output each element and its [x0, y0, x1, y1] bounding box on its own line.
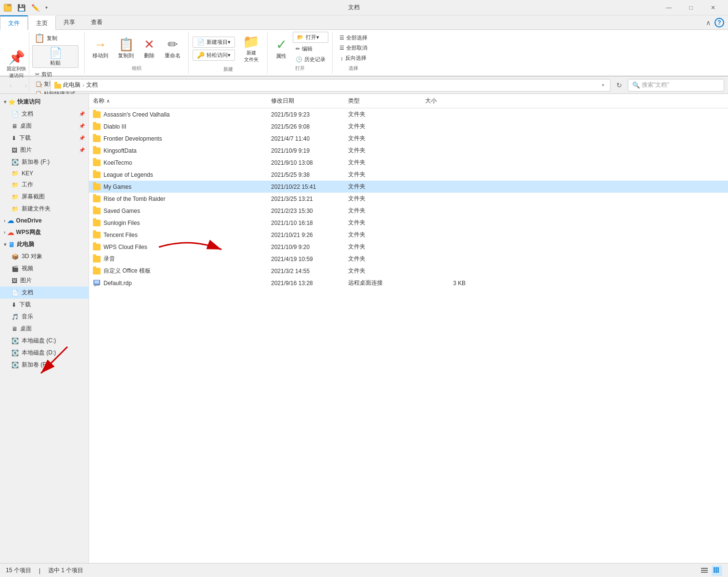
undo-quick-btn[interactable]: ✏️: [29, 3, 41, 13]
sidebar-item-work[interactable]: 📁 工作: [0, 179, 89, 191]
sidebar-item-desktop-quick[interactable]: 🖥 桌面 📌: [0, 120, 89, 132]
sidebar-item-newvol-quick[interactable]: 💽 新加卷 (F:): [0, 156, 89, 168]
sidebar-item-screenshots[interactable]: 📁 屏幕截图: [0, 191, 89, 203]
col-type[interactable]: 类型: [344, 96, 421, 106]
ribbon-expand-btn[interactable]: ∧: [706, 19, 711, 26]
folder-icon: [93, 184, 101, 190]
file-size-koei: [421, 162, 469, 164]
sidebar-section-onedrive[interactable]: › ☁ OneDrive: [0, 215, 89, 226]
search-icon: 🔍: [632, 81, 640, 89]
paste-btn[interactable]: 📄 粘贴: [32, 45, 78, 68]
col-size[interactable]: 大小: [421, 96, 469, 106]
minimize-button[interactable]: —: [658, 0, 680, 15]
file-row[interactable]: Sunlogin Files 2021/1/10 16:18 文件夹: [89, 217, 728, 229]
select-all-btn[interactable]: ☰ 全部选择: [337, 33, 370, 42]
move-to-btn[interactable]: → 移动到: [89, 35, 112, 61]
col-date[interactable]: 修改日期: [267, 96, 344, 106]
file-type-wps: 文件夹: [344, 242, 421, 252]
delete-btn[interactable]: ✕ 删除: [140, 35, 159, 61]
tab-home[interactable]: 主页: [28, 15, 56, 30]
sidebar-item-newfolder-quick[interactable]: 📁 新建文件夹: [0, 203, 89, 215]
file-row-rdp[interactable]: Default.rdp 2021/9/16 13:28 远程桌面连接 3 KB: [89, 277, 728, 289]
ribbon-help-btn[interactable]: ?: [715, 18, 724, 27]
file-type-frontier: 文件夹: [344, 133, 421, 144]
status-bar: 15 个项目 | 选中 1 个项目: [0, 563, 728, 577]
address-dropdown[interactable]: ▾: [600, 82, 606, 88]
file-date-wps: 2021/10/9 9:20: [267, 243, 344, 251]
breadcrumb-current[interactable]: 文档: [86, 81, 98, 89]
sidebar-item-downloads[interactable]: ⬇ 下载: [0, 299, 89, 311]
copy-to-btn[interactable]: 📋 复制到: [114, 35, 138, 61]
history-btn[interactable]: 🕒 历史记录: [293, 55, 328, 64]
file-row[interactable]: Assassin's Creed Valhalla 2021/5/19 9:23…: [89, 108, 728, 120]
svg-rect-1: [4, 4, 7, 6]
new-item-btn[interactable]: 📄 新建项目▾: [193, 37, 235, 48]
save-quick-btn[interactable]: 💾: [15, 3, 27, 13]
newvol-quick-icon: 💽: [12, 159, 19, 166]
tab-share[interactable]: 共享: [56, 15, 83, 29]
properties-btn[interactable]: ✓ 属性: [272, 35, 291, 62]
desktop-quick-icon: 🖥: [12, 123, 17, 130]
file-row[interactable]: Tencent Files 2021/10/21 9:26 文件夹: [89, 229, 728, 241]
quick-access-dropdown[interactable]: ▾: [43, 4, 50, 11]
file-row-mygames[interactable]: My Games 2021/10/22 15:41 文件夹: [89, 181, 728, 193]
file-row[interactable]: Frontier Developments 2021/4/7 11:40 文件夹: [89, 132, 728, 144]
file-row-league[interactable]: League of Legends 2021/5/25 9:38 文件夹: [89, 169, 728, 181]
view-details-btn[interactable]: [699, 565, 710, 576]
file-row[interactable]: 自定义 Office 模板 2021/3/2 14:55 文件夹: [89, 265, 728, 277]
svg-rect-6: [94, 286, 96, 287]
sidebar-section-wps[interactable]: › ☁ WPS网盘: [0, 226, 89, 238]
sidebar-item-local-d[interactable]: 💽 本地磁盘 (D:): [0, 347, 89, 359]
sidebar-item-videos[interactable]: 🎬 视频: [0, 262, 89, 275]
sidebar-item-newvol[interactable]: 💽 新加卷 (F:): [0, 359, 89, 371]
up-btn[interactable]: ↑: [35, 79, 48, 92]
file-row[interactable]: KingsoftData 2021/10/9 9:19 文件夹: [89, 144, 728, 157]
main-area: ▾ ⭐ 快速访问 📄 文档 📌 🖥 桌面 📌 ⬇ 下载 📌 🖼 图片: [0, 94, 728, 563]
tab-file[interactable]: 文件: [0, 15, 28, 30]
sidebar-item-documents[interactable]: 📄 文档: [0, 287, 89, 299]
close-button[interactable]: ✕: [702, 0, 724, 15]
file-row[interactable]: 录音 2021/4/19 10:59 文件夹: [89, 253, 728, 265]
edit-btn[interactable]: ✏ 编辑: [293, 44, 328, 53]
refresh-btn[interactable]: ↻: [612, 79, 626, 92]
easy-access-btn[interactable]: 🔑 轻松访问▾: [193, 50, 235, 61]
file-row[interactable]: Saved Games 2021/2/23 15:30 文件夹: [89, 205, 728, 217]
sidebar-item-documents-quick[interactable]: 📄 文档 📌: [0, 108, 89, 120]
file-type-koei: 文件夹: [344, 157, 421, 168]
file-date-tencent: 2021/10/21 9:26: [267, 231, 344, 239]
copy-btn[interactable]: 📋 复制: [32, 32, 78, 44]
invert-select-btn[interactable]: ↕ 反向选择: [338, 53, 369, 63]
sidebar-item-desktop[interactable]: 🖥 桌面: [0, 323, 89, 335]
sidebar-item-pictures-quick[interactable]: 🖼 图片 📌: [0, 144, 89, 156]
sidebar-item-pictures[interactable]: 🖼 图片: [0, 275, 89, 287]
file-size-wps: [421, 246, 469, 248]
sidebar-section-quick-access[interactable]: ▾ ⭐ 快速访问: [0, 96, 89, 108]
address-bar[interactable]: 此电脑 › 文档 ▾: [50, 79, 611, 92]
sidebar-item-key[interactable]: 📁 KEY: [0, 168, 89, 179]
sidebar-item-3dobjects[interactable]: 📦 3D 对象: [0, 250, 89, 262]
open-btn[interactable]: 📂 打开▾: [293, 32, 328, 43]
col-name[interactable]: 名称 ∧: [89, 96, 267, 106]
maximize-button[interactable]: □: [680, 0, 702, 15]
cut-btn[interactable]: ✂ 剪切: [32, 70, 78, 79]
select-all-icon: ☰: [339, 35, 344, 41]
forward-btn[interactable]: ›: [19, 79, 33, 92]
file-row[interactable]: Rise of the Tomb Raider 2021/3/25 13:21 …: [89, 193, 728, 205]
select-none-btn[interactable]: ☰ 全部取消: [337, 43, 370, 52]
back-btn[interactable]: ‹: [4, 79, 17, 92]
file-row[interactable]: WPS Cloud Files 2021/10/9 9:20 文件夹: [89, 241, 728, 253]
svg-rect-16: [715, 571, 717, 573]
sidebar-item-music[interactable]: 🎵 音乐: [0, 311, 89, 323]
file-row[interactable]: Diablo III 2021/5/26 9:08 文件夹: [89, 120, 728, 132]
view-list-btn[interactable]: [712, 565, 722, 576]
search-box[interactable]: 🔍 搜索"文档": [628, 79, 724, 92]
file-row[interactable]: KoeiTecmo 2021/9/10 13:08 文件夹: [89, 157, 728, 169]
rename-btn[interactable]: ✏ 重命名: [161, 35, 184, 61]
new-folder-btn[interactable]: 📁 新建文件夹: [239, 32, 263, 65]
sidebar-item-downloads-quick[interactable]: ⬇ 下载 📌: [0, 132, 89, 144]
tab-view[interactable]: 查看: [83, 15, 111, 29]
new-item-icon: 📄: [197, 39, 205, 46]
sidebar-section-this-pc[interactable]: ▾ 🖥 此电脑: [0, 238, 89, 250]
sidebar-item-local-c[interactable]: 💽 本地磁盘 (C:): [0, 335, 89, 347]
breadcrumb-root[interactable]: 此电脑: [63, 81, 80, 89]
